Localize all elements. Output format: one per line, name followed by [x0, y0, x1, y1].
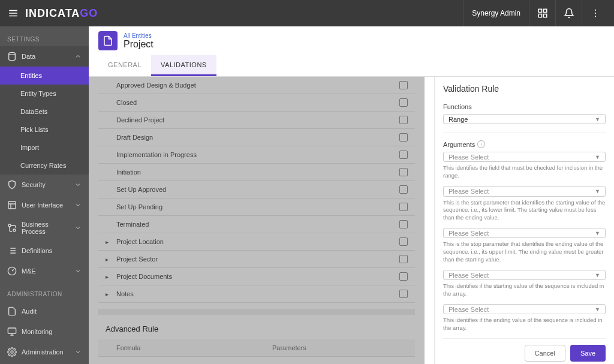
col-formula: Formula	[116, 344, 272, 351]
list-item[interactable]: Draft Design	[98, 129, 415, 146]
checkbox[interactable]	[399, 255, 408, 263]
save-button[interactable]: Save	[570, 345, 606, 362]
list-item[interactable]: Declined Project	[98, 112, 415, 129]
svg-point-4	[594, 10, 595, 11]
checkbox[interactable]	[399, 98, 408, 107]
checkbox[interactable]	[399, 237, 408, 246]
svg-rect-2	[538, 14, 541, 17]
arg-select-2[interactable]: Please Select▼	[443, 186, 606, 196]
functions-label: Functions	[443, 103, 606, 110]
logo: INDICATAGO	[25, 7, 98, 20]
sidebar-section-settings: SETTINGS	[0, 26, 89, 46]
validation-list: Approved Design & BudgetClosedDeclined P…	[89, 77, 425, 364]
function-select[interactable]: Range▼	[443, 114, 606, 124]
arg-select-1[interactable]: Please Select▼	[443, 152, 606, 162]
more-icon[interactable]	[582, 0, 608, 26]
checkbox[interactable]	[399, 168, 408, 176]
breadcrumb-link[interactable]: All Entities	[124, 32, 154, 39]
sidebar-sub-entities[interactable]: Entities	[0, 67, 89, 85]
svg-point-9	[8, 224, 11, 227]
checkbox[interactable]	[399, 290, 408, 298]
list-item[interactable]: Project Location	[98, 233, 415, 251]
chevron-down-icon	[74, 267, 82, 275]
menu-toggle[interactable]	[6, 6, 20, 20]
sidebar-sub-import[interactable]: Import	[0, 139, 89, 157]
arg-hint-2: This is the start parameter that identif…	[443, 199, 606, 222]
checkbox[interactable]	[399, 116, 408, 124]
sidebar-sub-entity-types[interactable]: Entity Types	[0, 85, 89, 103]
advanced-rule-title: Advanced Rule	[98, 309, 415, 339]
flow-icon	[7, 223, 17, 233]
sidebar-sub-picklists[interactable]: Pick Lists	[0, 121, 89, 139]
svg-rect-11	[8, 328, 16, 333]
gear-icon	[7, 347, 17, 357]
monitor-icon	[7, 327, 17, 336]
list-item[interactable]: Closed	[98, 94, 415, 112]
arg-select-5[interactable]: Please Select▼	[443, 304, 606, 314]
sidebar-item-security[interactable]: Security	[0, 175, 89, 195]
tab-validations[interactable]: VALIDATIONS	[151, 55, 216, 76]
sidebar-item-me[interactable]: M&E	[0, 261, 89, 281]
sidebar-item-bp[interactable]: Business Process	[0, 215, 89, 240]
svg-point-12	[11, 351, 13, 353]
info-icon[interactable]: i	[477, 140, 485, 148]
checkbox[interactable]	[399, 81, 408, 89]
list-item[interactable]: Approved Design & Budget	[98, 77, 415, 94]
list-item[interactable]: Initiation	[98, 164, 415, 181]
sidebar-item-admin[interactable]: Administration	[0, 342, 89, 362]
sidebar-item-def[interactable]: Definitions	[0, 240, 89, 261]
checkbox[interactable]	[399, 133, 408, 142]
file-icon	[7, 306, 17, 316]
checkbox[interactable]	[399, 151, 408, 159]
list-item[interactable]: Implementation in Progress	[98, 146, 415, 164]
sidebar-item-ui[interactable]: User Interface	[0, 195, 89, 215]
sidebar: SETTINGS Data Entities Entity Types Data…	[0, 26, 89, 364]
user-menu[interactable]: Synergy Admin	[463, 0, 529, 26]
arg-hint-1: This identifies the field that must be c…	[443, 164, 606, 180]
svg-rect-0	[538, 9, 541, 12]
panel-title: Validation Rule	[443, 84, 606, 94]
chevron-down-icon: ▼	[595, 116, 600, 122]
svg-rect-3	[543, 14, 546, 17]
page-entity-icon	[98, 31, 118, 50]
checkbox[interactable]	[399, 185, 408, 194]
tab-general[interactable]: GENERAL	[98, 55, 151, 76]
list-item[interactable]: Project Sector	[98, 251, 415, 268]
validation-rule-panel: Validation Rule Functions Range▼ Argumen…	[434, 77, 614, 364]
list-item[interactable]: Project Documents	[98, 268, 415, 285]
bell-icon[interactable]	[555, 0, 582, 26]
sidebar-sub-currency[interactable]: Currency Rates	[0, 157, 89, 175]
sidebar-item-data[interactable]: Data	[0, 46, 89, 67]
checkbox[interactable]	[399, 272, 408, 281]
chevron-down-icon	[74, 201, 82, 209]
checkbox[interactable]	[399, 220, 408, 228]
advanced-rule-row[interactable]: Greater than End Date, Start Date, false	[98, 357, 415, 364]
gauge-icon	[7, 266, 17, 276]
layout-icon	[7, 200, 17, 210]
checkbox[interactable]	[399, 203, 408, 211]
svg-point-7	[9, 52, 16, 55]
list-item[interactable]: Notes	[98, 285, 415, 303]
arg-hint-3: This is the stop parameter that identifi…	[443, 240, 606, 263]
sidebar-section-admin: ADMINISTRATION	[0, 281, 89, 301]
chevron-down-icon	[74, 181, 82, 188]
list-icon	[7, 246, 17, 255]
chevron-up-icon	[74, 53, 82, 60]
list-item[interactable]: Set Up Pending	[98, 198, 415, 216]
list-item[interactable]: Set Up Approved	[98, 181, 415, 198]
svg-point-5	[594, 13, 595, 14]
apps-icon[interactable]	[529, 0, 555, 26]
cancel-button[interactable]: Cancel	[525, 345, 565, 362]
chevron-down-icon	[74, 224, 82, 231]
sidebar-item-audit[interactable]: Audit	[0, 301, 89, 321]
database-icon	[7, 52, 17, 61]
arg-select-3[interactable]: Please Select▼	[443, 228, 606, 238]
svg-point-6	[594, 16, 595, 17]
arg-select-4[interactable]: Please Select▼	[443, 270, 606, 280]
sidebar-item-monitoring[interactable]: Monitoring	[0, 321, 89, 342]
arg-hint-4: This identifies if the starting value of…	[443, 282, 606, 298]
sidebar-sub-datasets[interactable]: DataSets	[0, 103, 89, 121]
arg-hint-5: This identifies if the ending value of t…	[443, 317, 606, 332]
list-item[interactable]: Terminated	[98, 216, 415, 233]
chevron-down-icon	[74, 348, 82, 356]
